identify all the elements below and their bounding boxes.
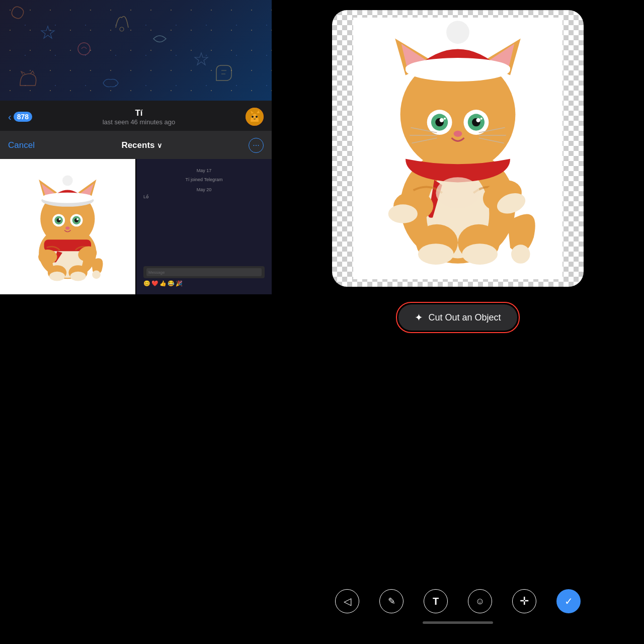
svg-point-1 — [120, 27, 124, 31]
chat-avatar[interactable] — [246, 108, 264, 126]
svg-point-43 — [440, 118, 444, 122]
back-chevron-icon: ‹ — [8, 112, 12, 122]
draw-tool-button[interactable]: ✎ — [379, 589, 404, 613]
left-panel: ‹ 878 Tí last seen 46 minutes ago Cancel… — [0, 0, 272, 644]
confirm-icon: ✓ — [565, 595, 573, 607]
right-panel: ✦ Cut Out an Object ◁ ✎ T ☺ — [272, 0, 644, 644]
empty-space — [0, 294, 272, 644]
svg-point-4 — [256, 116, 258, 118]
more-options-button[interactable]: ··· — [249, 138, 264, 153]
sticker-tool-icon: ☺ — [475, 596, 485, 607]
svg-point-27 — [49, 272, 65, 281]
photo-cell-cat[interactable] — [0, 159, 135, 294]
svg-point-29 — [92, 271, 101, 279]
chat-name: Tí — [32, 108, 246, 118]
cat-photo-thumbnail — [0, 159, 135, 294]
image-preview-container — [332, 10, 584, 287]
message-input-placeholder: Message — [148, 270, 165, 275]
image-preview-inner — [332, 10, 584, 287]
chat-header: ‹ 878 Tí last seen 46 minutes ago — [0, 101, 272, 131]
svg-point-44 — [476, 118, 480, 122]
cancel-button[interactable]: Cancel — [8, 140, 35, 150]
svg-point-23 — [38, 250, 57, 264]
text-tool-button[interactable]: T — [424, 589, 448, 613]
svg-point-10 — [62, 176, 73, 186]
svg-point-46 — [480, 118, 482, 120]
photo-picker-bar: Cancel Recents ∨ ··· — [0, 131, 272, 159]
cut-out-button-area[interactable]: ✦ Cut Out an Object — [396, 302, 519, 333]
back-tool-icon: ◁ — [344, 595, 351, 607]
text-tool-icon: T — [433, 596, 439, 607]
svg-point-57 — [436, 177, 479, 208]
svg-point-0 — [78, 43, 90, 55]
chat-screenshot-thumbnail: May 17 Tí joined Telegram May 20 Lồ Mess… — [136, 159, 272, 294]
cut-out-button-border: ✦ Cut Out an Object — [396, 302, 519, 333]
svg-point-54 — [418, 244, 454, 265]
chat-background — [0, 0, 272, 101]
svg-point-20 — [76, 218, 78, 220]
back-button[interactable]: ‹ 878 — [8, 112, 32, 122]
chat-date-label-2: May 20 — [143, 187, 265, 192]
svg-point-35 — [446, 21, 469, 44]
svg-point-47 — [454, 131, 462, 137]
recents-dropdown[interactable]: Recents ∨ — [121, 140, 162, 150]
svg-point-12 — [42, 194, 94, 202]
svg-point-56 — [511, 245, 530, 263]
toolbar-icons-row: ◁ ✎ T ☺ ✛ ✓ — [272, 589, 644, 613]
chat-title-area: Tí last seen 46 minutes ago — [32, 108, 246, 126]
back-tool-button[interactable]: ◁ — [335, 589, 359, 613]
cut-out-label: Cut Out an Object — [428, 312, 501, 323]
chat-date-label: May 17 — [143, 168, 265, 173]
chat-status: last seen 46 minutes ago — [32, 118, 246, 126]
svg-point-3 — [252, 116, 254, 118]
svg-point-21 — [65, 226, 69, 229]
svg-point-50 — [388, 204, 418, 223]
adjust-tool-icon: ✛ — [520, 595, 529, 608]
adjust-tool-button[interactable]: ✛ — [512, 589, 536, 613]
home-indicator — [423, 621, 493, 624]
chat-system-msg: Tí joined Telegram — [143, 177, 265, 182]
bottom-toolbar: ◁ ✎ T ☺ ✛ ✓ — [272, 589, 644, 644]
svg-point-19 — [59, 218, 61, 220]
svg-point-28 — [70, 272, 86, 281]
sticker-tool-button[interactable]: ☺ — [468, 589, 492, 613]
svg-point-36 — [406, 58, 510, 79]
recents-chevron-icon: ∨ — [157, 141, 162, 149]
svg-point-45 — [444, 118, 446, 120]
confirm-button[interactable]: ✓ — [556, 589, 581, 613]
magic-wand-icon: ✦ — [415, 311, 423, 324]
svg-point-55 — [462, 244, 498, 265]
more-options-icon: ··· — [253, 141, 259, 150]
photo-grid: May 17 Tí joined Telegram May 20 Lồ Mess… — [0, 159, 272, 294]
cut-out-button[interactable]: ✦ Cut Out an Object — [398, 304, 517, 331]
photo-cell-screenshot[interactable]: May 17 Tí joined Telegram May 20 Lồ Mess… — [136, 159, 272, 294]
recents-label: Recents — [121, 140, 154, 150]
draw-tool-icon: ✎ — [388, 596, 395, 607]
unread-badge: 878 — [14, 112, 32, 122]
chat-sender: Lồ — [143, 194, 265, 199]
